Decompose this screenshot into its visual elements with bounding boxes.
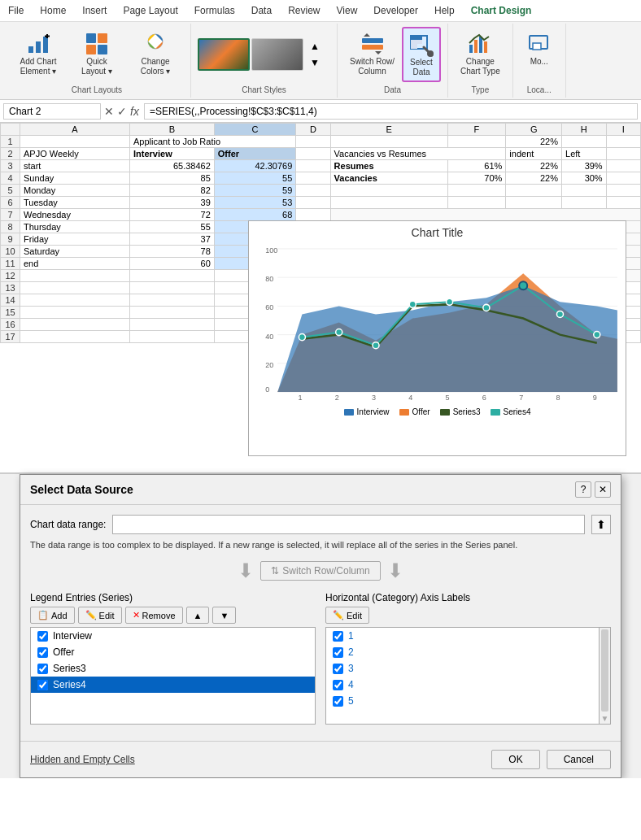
series-item-series4[interactable]: Series4 xyxy=(31,677,315,693)
cell-a4[interactable]: Sunday xyxy=(20,172,130,185)
chart-style-2[interactable] xyxy=(251,38,303,71)
chart-style-1[interactable] xyxy=(198,38,250,71)
legend-edit-button[interactable]: ✏️ Edit xyxy=(78,607,122,624)
axis-edit-button[interactable]: ✏️ Edit xyxy=(325,607,369,624)
cell-d3[interactable] xyxy=(296,160,330,172)
cell-e5[interactable] xyxy=(330,185,447,197)
series-item-offer[interactable]: Offer xyxy=(31,644,315,660)
axis-item-5[interactable]: 5 xyxy=(326,693,610,709)
series-item-interview[interactable]: Interview xyxy=(31,628,315,644)
menu-page-layout[interactable]: Page Layout xyxy=(115,2,185,20)
legend-up-button[interactable]: ▲ xyxy=(186,607,210,624)
cell-c3[interactable]: 42.30769 xyxy=(214,160,296,172)
data-range-input[interactable] xyxy=(112,515,585,534)
cell-i1[interactable] xyxy=(606,136,640,148)
cell-h1[interactable] xyxy=(562,136,607,148)
cell-c6[interactable]: 53 xyxy=(214,197,296,209)
axis-item-1[interactable]: 1 xyxy=(326,628,610,644)
cell-h4[interactable]: 30% xyxy=(562,172,607,185)
cell-a11[interactable]: end xyxy=(20,258,130,270)
series-check-interview[interactable] xyxy=(37,631,48,642)
add-chart-element-button[interactable]: Add Chart Element ▾ xyxy=(10,27,67,81)
cell-b9[interactable]: 37 xyxy=(130,233,215,246)
series-check-series3[interactable] xyxy=(37,664,48,674)
cell-c7[interactable]: 68 xyxy=(214,209,296,221)
menu-file[interactable]: File xyxy=(0,2,32,20)
name-box[interactable] xyxy=(3,103,101,120)
hidden-empty-cells-button[interactable]: Hidden and Empty Cells xyxy=(30,754,135,765)
cell-a6[interactable]: Tuesday xyxy=(20,197,130,209)
axis-check-2[interactable] xyxy=(333,647,343,658)
cell-f6[interactable] xyxy=(447,197,506,209)
axis-check-5[interactable] xyxy=(333,696,343,707)
cell-g2[interactable]: indent xyxy=(506,148,562,160)
menu-insert[interactable]: Insert xyxy=(74,2,115,20)
cell-b5[interactable]: 82 xyxy=(130,185,215,197)
cell-d2[interactable] xyxy=(296,148,330,160)
series-check-series4[interactable] xyxy=(37,680,48,690)
cell-a9[interactable]: Friday xyxy=(20,233,130,246)
cell-a2[interactable]: APJO Weekly xyxy=(20,148,130,160)
axis-item-2[interactable]: 2 xyxy=(326,644,610,660)
cell-d1[interactable] xyxy=(296,136,330,148)
cell-g1[interactable]: 22% xyxy=(506,136,562,148)
cell-d6[interactable] xyxy=(296,197,330,209)
cell-g6[interactable] xyxy=(506,197,562,209)
cell-b10[interactable]: 78 xyxy=(130,246,215,258)
cell-g3[interactable]: 22% xyxy=(506,160,562,172)
cancel-button[interactable]: Cancel xyxy=(547,750,611,769)
cell-b3[interactable]: 65.38462 xyxy=(130,160,215,172)
cell-b6[interactable]: 39 xyxy=(130,197,215,209)
cell-c4[interactable]: 55 xyxy=(214,172,296,185)
cell-f1[interactable] xyxy=(447,136,506,148)
cell-i6[interactable] xyxy=(606,197,640,209)
scrollbar-down-arrow[interactable]: ▼ xyxy=(600,713,610,724)
cell-a7[interactable]: Wednesday xyxy=(20,209,130,221)
cell-b4[interactable]: 85 xyxy=(130,172,215,185)
move-chart-button[interactable]: Mo... xyxy=(520,27,559,71)
cell-e6[interactable] xyxy=(330,197,447,209)
cell-c2[interactable]: Offer xyxy=(214,148,296,160)
chart-styles-down[interactable]: ▼ xyxy=(307,55,323,70)
chart-area[interactable]: Chart Title 100 80 60 40 20 0 1 2 3 4 5 … xyxy=(248,220,626,456)
cell-h2[interactable]: Left xyxy=(562,148,607,160)
change-chart-type-button[interactable]: ChangeChart Type xyxy=(455,27,506,81)
menu-developer[interactable]: Developer xyxy=(365,2,426,20)
chart-styles-up[interactable]: ▲ xyxy=(307,39,323,54)
cell-h6[interactable] xyxy=(562,197,607,209)
cell-b1[interactable]: Applicant to Job Ratio xyxy=(130,136,296,148)
cell-a8[interactable]: Thursday xyxy=(20,221,130,233)
quick-layout-button[interactable]: Quick Layout ▾ xyxy=(68,27,125,81)
switch-row-column-dialog-button[interactable]: ⇅ Switch Row/Column xyxy=(260,561,380,581)
axis-item-3[interactable]: 3 xyxy=(326,660,610,677)
cell-f4[interactable]: 70% xyxy=(447,172,506,185)
cell-e3[interactable]: Resumes xyxy=(330,160,447,172)
cell-d5[interactable] xyxy=(296,185,330,197)
menu-view[interactable]: View xyxy=(329,2,366,20)
cell-a3[interactable]: start xyxy=(20,160,130,172)
formula-confirm-icon[interactable]: ✓ xyxy=(117,105,127,118)
cell-i5[interactable] xyxy=(606,185,640,197)
axis-scrollbar[interactable]: ▼ xyxy=(599,628,610,724)
menu-formulas[interactable]: Formulas xyxy=(186,2,243,20)
menu-home[interactable]: Home xyxy=(32,2,74,20)
switch-row-column-button[interactable]: Switch Row/Column xyxy=(344,27,400,81)
cell-g5[interactable] xyxy=(506,185,562,197)
cell-i4[interactable] xyxy=(606,172,640,185)
formula-cancel-icon[interactable]: ✕ xyxy=(104,105,114,118)
series-check-offer[interactable] xyxy=(37,647,48,658)
legend-add-button[interactable]: 📋 Add xyxy=(30,607,75,624)
cell-f3[interactable]: 61% xyxy=(447,160,506,172)
menu-help[interactable]: Help xyxy=(426,2,463,20)
cell-e2[interactable]: Vacancies vs Resumes xyxy=(330,148,506,160)
ok-button[interactable]: OK xyxy=(491,750,539,769)
cell-d4[interactable] xyxy=(296,172,330,185)
axis-item-4[interactable]: 4 xyxy=(326,677,610,693)
cell-a1[interactable] xyxy=(20,136,130,148)
select-data-button[interactable]: SelectData xyxy=(402,27,441,82)
cell-h3[interactable]: 39% xyxy=(562,160,607,172)
cell-b2[interactable]: Interview xyxy=(130,148,215,160)
cell-i2[interactable] xyxy=(606,148,640,160)
legend-remove-button[interactable]: ✕ Remove xyxy=(125,607,183,624)
cell-a10[interactable]: Saturday xyxy=(20,246,130,258)
